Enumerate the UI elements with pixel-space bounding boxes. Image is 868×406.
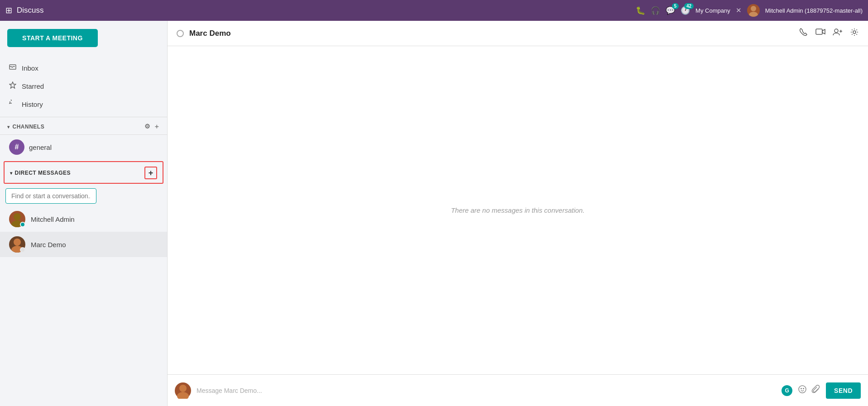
- sidebar-item-starred[interactable]: Starred: [0, 77, 167, 95]
- svg-point-15: [177, 392, 189, 399]
- dm-chevron-icon: ▾: [10, 171, 13, 176]
- attachment-icon[interactable]: [811, 385, 820, 396]
- svg-point-6: [14, 239, 21, 246]
- svg-point-10: [834, 29, 838, 33]
- chat-main: Marc Demo: [168, 21, 868, 406]
- inbox-icon: [9, 63, 16, 72]
- add-user-icon[interactable]: [833, 28, 843, 39]
- dm-status-marc: [20, 247, 25, 253]
- channels-section-header: ▾ CHANNELS ⚙ ＋: [0, 117, 167, 135]
- dm-item-mitchell[interactable]: Mitchell Admin: [0, 206, 167, 232]
- bug-icon[interactable]: 🐛: [636, 6, 645, 15]
- starred-label: Starred: [22, 82, 44, 90]
- chat-footer: G SEND: [168, 374, 868, 406]
- svg-point-0: [751, 6, 756, 11]
- channels-label: CHANNELS: [13, 124, 45, 130]
- dm-section: ▾ DIRECT MESSAGES + Mitchell Admin: [0, 159, 167, 257]
- sidebar-top: START A MEETING: [0, 21, 167, 55]
- chat-status-indicator: [177, 30, 184, 37]
- sidebar-item-inbox[interactable]: Inbox: [0, 59, 167, 77]
- chat-header-actions: [799, 28, 859, 39]
- chat-badge: 5: [672, 3, 679, 9]
- chat-icon[interactable]: 💬 5: [666, 6, 675, 15]
- start-meeting-button[interactable]: START A MEETING: [7, 29, 98, 47]
- channels-add-icon[interactable]: ＋: [153, 123, 160, 131]
- dm-add-button[interactable]: +: [144, 167, 157, 179]
- chat-input-wrap: G: [197, 385, 792, 396]
- video-icon[interactable]: [815, 28, 825, 39]
- channel-general-label: general: [29, 143, 52, 151]
- send-button[interactable]: SEND: [826, 382, 861, 399]
- wrench-icon[interactable]: ✕: [736, 6, 742, 14]
- main-layout: START A MEETING Inbox Starre: [0, 21, 868, 406]
- grid-icon[interactable]: ⊞: [5, 5, 12, 15]
- svg-point-1: [749, 12, 758, 17]
- dm-avatar-mitchell-wrap: [9, 211, 25, 227]
- dm-section-label: DIRECT MESSAGES: [15, 170, 145, 176]
- call-icon[interactable]: [799, 28, 808, 39]
- star-icon: [9, 81, 16, 91]
- settings-icon[interactable]: [850, 28, 859, 39]
- history-label: History: [22, 100, 43, 108]
- clock-badge: 42: [684, 3, 694, 9]
- chat-input[interactable]: [197, 387, 778, 394]
- svg-point-16: [799, 386, 806, 393]
- channels-chevron-icon: ▾: [7, 124, 10, 129]
- topbar: ⊞ Discuss 🐛 🎧 💬 5 🕐 42 My Company ✕ Mitc…: [0, 0, 868, 21]
- dm-status-mitchell: [20, 222, 25, 227]
- channels-settings-icon[interactable]: ⚙: [144, 123, 151, 131]
- sidebar: START A MEETING Inbox Starre: [0, 21, 168, 406]
- dm-section-header: ▾ DIRECT MESSAGES +: [4, 161, 163, 184]
- dm-name-mitchell: Mitchell Admin: [31, 215, 75, 223]
- username: Mitchell Admin (18879752-master-all): [765, 7, 863, 14]
- channels-section: ▾ CHANNELS ⚙ ＋ # general: [0, 117, 167, 159]
- dm-item-marc[interactable]: Marc Demo: [0, 232, 167, 257]
- svg-marker-9: [822, 29, 825, 34]
- svg-point-14: [179, 385, 187, 392]
- svg-point-4: [14, 213, 21, 220]
- svg-point-17: [801, 388, 802, 389]
- chat-footer-icons: [798, 385, 820, 396]
- emoji-icon[interactable]: [798, 385, 807, 396]
- grammarly-icon: G: [782, 385, 792, 396]
- history-icon: [9, 100, 16, 109]
- company-name: My Company: [695, 7, 730, 14]
- chat-footer-avatar: [175, 382, 191, 399]
- svg-point-13: [853, 31, 856, 33]
- app-title: Discuss: [17, 6, 44, 15]
- dm-avatar-marc-wrap: [9, 236, 25, 253]
- dm-search-input[interactable]: [5, 188, 96, 204]
- chat-header: Marc Demo: [168, 21, 868, 46]
- chat-contact-name: Marc Demo: [189, 29, 794, 38]
- no-messages-text: There are no messages in this conversati…: [451, 206, 585, 214]
- dm-name-marc: Marc Demo: [31, 241, 66, 248]
- chat-body: There are no messages in this conversati…: [168, 46, 868, 374]
- sidebar-nav: Inbox Starred History: [0, 55, 167, 117]
- channel-avatar-general: #: [9, 139, 24, 155]
- clock-icon[interactable]: 🕐 42: [681, 6, 690, 15]
- channel-item-general[interactable]: # general: [0, 135, 167, 159]
- sidebar-item-history[interactable]: History: [0, 95, 167, 113]
- svg-point-18: [803, 388, 804, 389]
- svg-marker-3: [10, 82, 16, 88]
- headset-icon[interactable]: 🎧: [651, 6, 660, 15]
- svg-rect-8: [816, 29, 822, 34]
- avatar: [747, 4, 760, 17]
- inbox-label: Inbox: [22, 64, 38, 72]
